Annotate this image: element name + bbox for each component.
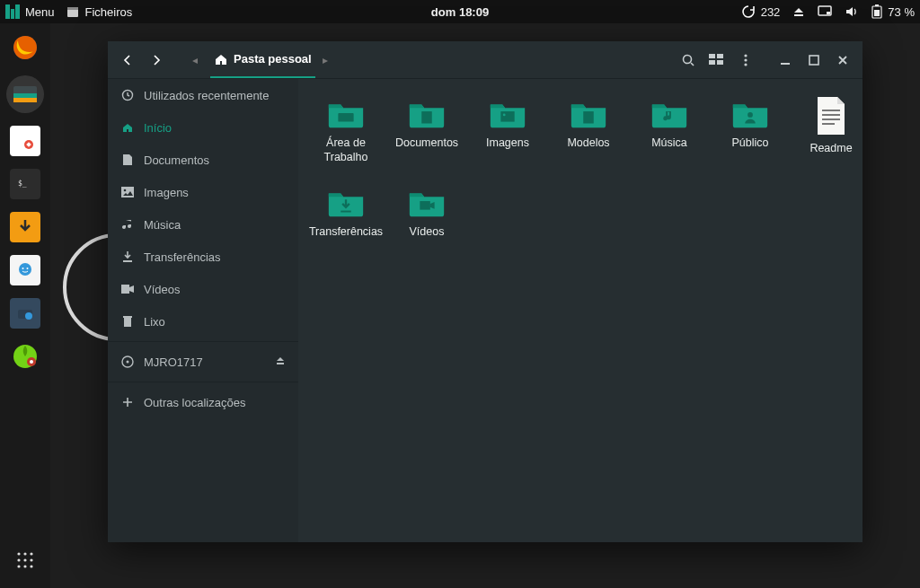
video-icon [120,282,135,296]
folder-item[interactable]: Imagens [467,92,548,168]
svg-point-34 [30,565,32,567]
folder-item[interactable]: Vídeos [386,180,467,243]
svg-rect-49 [121,285,129,294]
eject-tray-icon[interactable] [792,5,805,18]
folder-item[interactable]: Área de Trabalho [305,92,386,168]
file-manager-window: ◂ Pasta pessoal ▸ Utilizados rec [108,41,862,542]
disc-icon [120,355,135,369]
file-item[interactable]: Readme [791,92,862,168]
volume-tray-icon[interactable] [845,5,859,18]
other-locations-label: Outras localizações [144,396,245,409]
file-label: Readme [809,142,852,156]
updates-indicator[interactable]: 232 [741,4,781,19]
dock-firefox[interactable] [10,32,40,63]
svg-rect-5 [794,14,803,16]
sidebar-item-label: Transferências [144,250,221,264]
battery-icon [871,4,882,19]
sidebar-device-label: MJRO1717 [144,355,203,369]
dock-chat[interactable] [10,255,40,285]
plus-icon [120,395,135,409]
display-tray-icon[interactable] [818,5,832,18]
battery-percent: 73 % [888,5,915,19]
svg-point-29 [17,558,20,561]
image-icon [120,185,135,199]
path-label: Pasta pessoal [234,52,312,66]
path-home-crumb[interactable]: Pasta pessoal [210,42,315,78]
file-label: Vídeos [410,225,445,240]
search-button[interactable] [676,48,701,73]
svg-rect-7 [827,12,830,14]
svg-point-28 [30,552,32,555]
menu-button[interactable]: Menu [5,4,55,19]
sidebar-item-video[interactable]: Vídeos [108,273,298,305]
battery-indicator[interactable]: 73 % [871,4,915,19]
sidebar-item-doc[interactable]: Documentos [108,144,298,176]
svg-point-33 [23,565,26,567]
trash-icon [120,314,135,329]
window-minimize-button[interactable] [773,48,798,73]
svg-rect-37 [717,54,723,58]
dock-terminal[interactable]: $_ [10,169,40,199]
file-label: Música [651,136,687,151]
svg-point-26 [17,552,20,555]
dock-screenshot[interactable] [10,298,40,329]
folder-icon [325,184,367,220]
sidebar-device[interactable]: MJRO1717 [108,346,298,378]
folder-item[interactable]: Documentos [386,92,467,168]
nav-forward-button[interactable] [144,48,169,73]
nav-back-button[interactable] [115,48,140,73]
svg-rect-4 [67,7,78,10]
folder-item[interactable]: Modelos [548,92,629,168]
svg-point-30 [23,558,26,561]
svg-text:$_: $_ [18,180,27,188]
svg-rect-44 [809,56,818,65]
sidebar-item-label: Música [144,218,181,232]
svg-rect-51 [123,316,132,318]
svg-point-60 [748,112,753,118]
file-icon [814,95,848,136]
sidebar-item-trash[interactable]: Lixo [108,305,298,338]
svg-rect-46 [121,187,134,197]
dock-tweaks[interactable] [10,341,40,372]
svg-point-53 [127,361,129,364]
sidebar-item-music[interactable]: Música [108,208,298,241]
window-maximize-button[interactable] [801,48,827,73]
sidebar-item-home[interactable]: Início [108,111,298,144]
folder-icon [568,95,609,131]
svg-point-42 [744,63,747,66]
file-label: Área de Trabalho [308,136,384,164]
folder-icon [730,95,771,131]
svg-rect-43 [781,63,790,65]
dock-apps-grid[interactable] [10,545,40,575]
sidebar-item-download[interactable]: Transferências [108,241,298,273]
window-close-button[interactable] [830,48,855,73]
dock-files[interactable] [6,75,44,113]
clock[interactable]: dom 18:09 [431,5,489,19]
sidebar-item-label: Lixo [144,315,165,329]
music-icon [120,217,135,232]
sidebar-item-clock[interactable]: Utilizados recentemente [108,79,298,111]
svg-rect-38 [709,60,715,65]
view-toggle-button[interactable] [704,48,730,73]
folder-item[interactable]: Música [629,92,710,168]
svg-rect-61 [822,110,840,111]
files-grid: Área de TrabalhoDocumentosImagensModelos… [305,92,855,243]
hamburger-menu-button[interactable] [733,48,758,73]
files-app-icon [66,4,80,19]
dock-text-editor[interactable] [10,126,40,156]
folder-icon [325,95,367,131]
eject-button[interactable] [275,355,286,369]
sidebar-item-label: Vídeos [144,283,180,296]
svg-rect-56 [421,111,432,123]
dock-downloader[interactable] [10,212,40,242]
folder-item[interactable]: Transferências [305,180,386,243]
active-app-label: Ficheiros [85,5,133,19]
folder-item[interactable]: Público [710,92,791,168]
active-app-indicator[interactable]: Ficheiros [66,4,133,19]
sidebar-other-locations[interactable]: Outras localizações [108,386,298,418]
svg-rect-1 [11,9,14,19]
clock-icon [120,88,135,102]
svg-point-20 [27,268,29,269]
download-icon [120,250,135,264]
sidebar-item-image[interactable]: Imagens [108,176,298,208]
